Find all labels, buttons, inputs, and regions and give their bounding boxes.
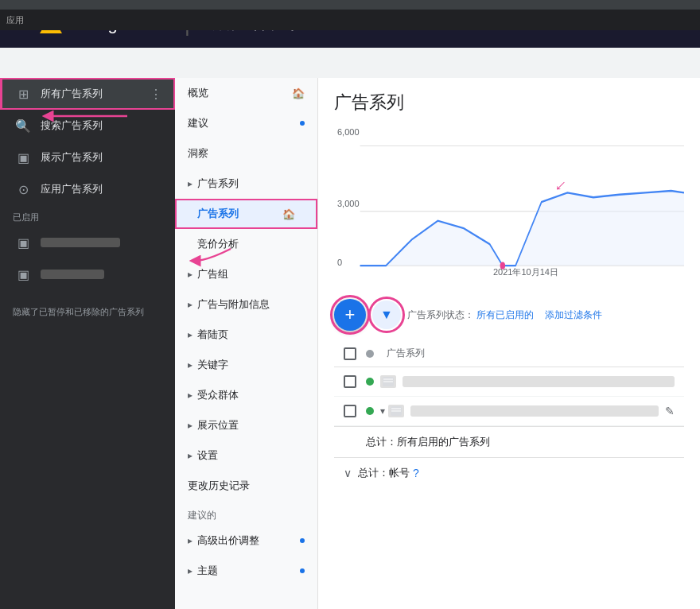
sidebar-enabled-item-2[interactable]: ▣ [0,258,175,290]
plus-icon: + [345,304,356,325]
chart-y-label-6000: 6,000 [337,127,360,137]
nav-sub-item-bid-analysis[interactable]: 竞价分析 [175,229,317,259]
filter-button[interactable]: ▼ [372,301,401,329]
search-icon: 🔍 [15,118,31,134]
row1-campaign-name [402,376,675,387]
sidebar-item-all-campaigns[interactable]: ⊞ 所有广告系列 ⋮ [0,78,175,110]
grid-icon: ⊞ [15,86,31,102]
nav-section-keywords[interactable]: ▸ 关键字 [175,350,317,380]
suggestions-dot [300,121,305,126]
header-checkbox[interactable] [344,347,356,360]
page-title: 广告系列 [334,91,684,114]
row2-campaign-icon [388,405,404,417]
filter-text: 广告系列状态： 所有已启用的 添加过滤条件 [407,308,602,322]
filter-separator [537,309,542,320]
header-status-dot [366,350,374,358]
nav-label-suggestions: 建议 [188,116,208,130]
chevron-ads: ▸ [188,299,192,310]
nav-section-settings[interactable]: ▸ 设置 [175,440,317,471]
browser-bar [0,0,700,10]
chevron-keywords: ▸ [188,359,192,370]
edit-icon[interactable]: ✎ [665,405,675,417]
chart-x-label: 2021年10月14日 [493,266,558,278]
row1-checkbox[interactable] [344,375,356,388]
app-bar-label: 应用 [6,14,24,26]
nav-section-landing[interactable]: ▸ 着陆页 [175,320,317,350]
chevron-bid-adj: ▸ [188,535,192,546]
campaigns-table: 广告系列 ▾ ✎ [334,340,684,488]
campaign-type-icon-2: ▣ [15,266,31,282]
chart-container: 6,000 3,000 0 2021年10月14日 ↓ [334,127,684,286]
sidebar-item-display-campaigns[interactable]: ▣ 展示广告系列 [0,142,175,173]
display-icon: ▣ [15,149,31,165]
table-row [334,367,684,397]
bid-adjustment-dot [300,538,305,543]
sidebar-label-display: 展示广告系列 [41,150,162,165]
nav-item-overview[interactable]: 概览 🏠 [175,78,317,108]
summary-row-account: ∨ 总计：帐号 ? [334,457,684,488]
nav-section-campaigns-label: 广告系列 [197,176,239,191]
chevron-audience: ▸ [188,390,192,401]
sidebar-label-all-campaigns: 所有广告系列 [41,87,140,101]
chart-y-label-0: 0 [337,258,342,267]
nav-label-insights: 洞察 [188,146,208,161]
filter-icon: ▼ [380,308,393,322]
hidden-campaigns-label: 隐藏了已暂停和已移除的广告系列 [0,297,175,328]
chevron-adgroups: ▸ [188,269,192,280]
nav-section-landing-label: 着陆页 [197,328,228,342]
main-layout: ⊞ 所有广告系列 ⋮ 🔍 搜索广告系列 ▣ 展示广告系列 ⊙ 应用广告系列 已启… [0,78,700,609]
sidebar-label-search: 搜索广告系列 [41,118,162,133]
question-mark-icon[interactable]: ? [413,467,419,479]
filter-bar: + ▼ 广告系列状态： 所有已启用的 添加过滤条件 [334,299,684,331]
nav-section-placements-label: 展示位置 [197,418,239,433]
table-header: 广告系列 [334,340,684,367]
enabled-section-label: 已启用 [0,205,175,227]
nav-label-overview: 概览 [188,86,208,100]
filter-status-prefix: 广告系列状态： [407,309,474,320]
chart-y-label-3000: 3,000 [337,199,360,208]
row2-dropdown-arrow[interactable]: ▾ [380,405,385,417]
sidebar: ⊞ 所有广告系列 ⋮ 🔍 搜索广告系列 ▣ 展示广告系列 ⊙ 应用广告系列 已启… [0,78,175,609]
row1-status-dot [366,378,374,386]
row2-campaign-name [410,405,659,417]
add-filter-link[interactable]: 添加过滤条件 [545,309,602,320]
row2-checkbox[interactable] [344,405,356,417]
chevron-placements: ▸ [188,420,192,431]
main-content: 广告系列 6,000 3,000 0 2021年10月14日 ↓ [318,78,700,609]
nav-section-audience[interactable]: ▸ 受众群体 [175,380,317,410]
add-campaign-button[interactable]: + [334,299,366,331]
sidebar-item-app-campaigns[interactable]: ⊙ 应用广告系列 [0,173,175,205]
nav-section-audience-label: 受众群体 [197,388,239,402]
nav-item-history[interactable]: 更改历史记录 [175,471,317,501]
expand-icon[interactable]: ∨ [344,467,352,479]
chevron-settings: ▸ [188,450,192,461]
nav-section-ads-label: 广告与附加信息 [197,297,270,312]
nav-section-adgroups-label: 广告组 [197,267,228,281]
summary-row-campaigns: 总计：所有启用的广告系列 [334,426,684,457]
row1-campaign-icon [380,375,396,388]
row2-status-dot [366,407,374,415]
sidebar-enabled-item-1[interactable]: ▣ [0,227,175,258]
summary-campaigns-label: 总计：所有启用的广告系列 [366,435,490,449]
sidebar-label-app: 应用广告系列 [41,182,162,196]
nav-sub-label-campaigns: 广告系列 [197,207,239,221]
nav-item-insights[interactable]: 洞察 [175,138,317,169]
nav-section-bid-adjustment[interactable]: ▸ 高级出价调整 [175,526,317,556]
chart-svg [334,127,684,286]
chevron-landing: ▸ [188,329,192,340]
nav-section-themes[interactable]: ▸ 主题 [175,556,317,586]
nav-themes-label: 主题 [197,564,218,578]
nav-item-suggestions[interactable]: 建议 [175,108,317,138]
nav-section-placements[interactable]: ▸ 展示位置 [175,410,317,440]
nav-section-keywords-label: 关键字 [197,358,228,372]
app-icon: ⊙ [15,181,31,197]
nav-section-ads[interactable]: ▸ 广告与附加信息 [175,289,317,320]
nav-bid-adjustment-label: 高级出价调整 [197,533,259,548]
sidebar-item-search-campaigns[interactable]: 🔍 搜索广告系列 [0,110,175,142]
app-bar: 应用 [0,10,700,30]
nav-section-campaigns[interactable]: ▸ 广告系列 [175,169,317,199]
nav-sub-label-bid: 竞价分析 [197,237,239,251]
nav-sub-item-campaigns[interactable]: 广告系列 🏠 [175,199,317,229]
nav-section-adgroups[interactable]: ▸ 广告组 [175,259,317,289]
more-icon[interactable]: ⋮ [150,87,162,102]
